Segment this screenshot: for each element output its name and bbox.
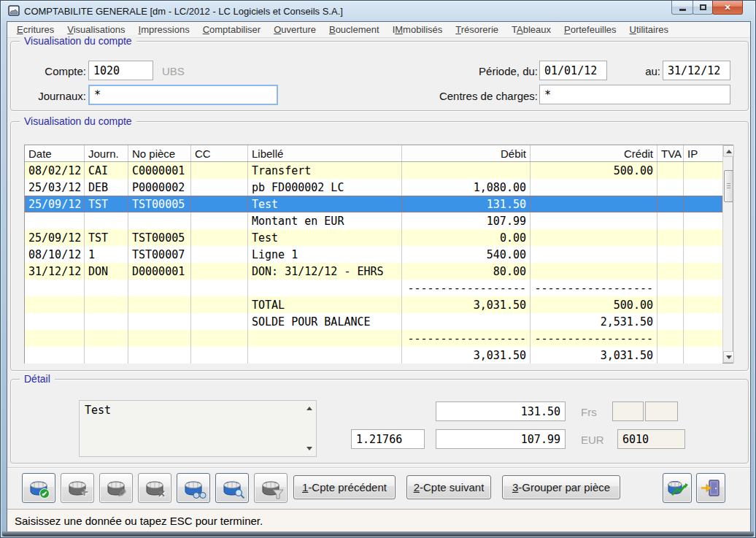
validate-button[interactable]: ✔ <box>22 473 55 503</box>
lookup-button[interactable] <box>215 473 249 503</box>
menu-comptabiliser[interactable]: Comptabiliser <box>196 23 267 36</box>
titlebar[interactable]: COMPTABILITE GENERALE [dm - LC/2012 - LC… <box>1 1 755 21</box>
detail-panel: Détail Test Frs EUR <box>10 379 749 464</box>
header-ip[interactable]: IP <box>684 145 722 161</box>
window-controls: ✕ <box>672 1 743 15</box>
table-row[interactable]: 25/03/12 DEB P0000002 pb FD000002 LC 1,0… <box>25 179 722 196</box>
menu-portefeuilles[interactable]: Portefeuilles <box>558 23 623 36</box>
app-icon <box>8 5 20 17</box>
header-libelle[interactable]: Libellé <box>248 145 402 161</box>
amount-eur-input[interactable] <box>441 433 560 446</box>
prev-account-button[interactable]: 1-Cpte précédent <box>293 475 396 499</box>
header-date[interactable]: Date <box>25 145 85 161</box>
table-row[interactable]: 25/09/12 TST TST00005 Test 0.00 <box>25 229 722 246</box>
counterpart-account-input[interactable] <box>622 433 680 446</box>
menu-tableaux[interactable]: TAbleaux <box>505 23 558 36</box>
exchange-rate-input[interactable] <box>356 433 420 446</box>
compte-input[interactable] <box>93 64 148 77</box>
periode-label: Période, du: <box>411 65 538 77</box>
edit-button[interactable]: ✎ <box>99 473 133 503</box>
cell-tva <box>657 263 684 280</box>
cell-tva <box>657 229 684 246</box>
chart-button[interactable] <box>663 473 692 503</box>
journaux-input[interactable] <box>94 88 272 101</box>
menu-impressions[interactable]: Impressions <box>132 23 196 36</box>
statusbar: Saisissez une donnée ou tapez ESC pour t… <box>7 509 750 532</box>
menu-ouverture[interactable]: Ouverture <box>267 23 323 36</box>
table-row[interactable]: 25/09/12 TST TST00005 Test 131.50 <box>25 196 722 212</box>
menu-tresorerie[interactable]: Trésorerie <box>449 23 505 36</box>
scroll-up-button[interactable] <box>723 145 734 157</box>
minimize-button[interactable] <box>671 1 693 15</box>
cell-credit <box>531 246 657 263</box>
journaux-field[interactable] <box>88 85 278 105</box>
add-button[interactable]: + <box>61 473 94 503</box>
maximize-button[interactable] <box>693 1 713 15</box>
transactions-panel-legend: Visualisation du compte <box>20 115 136 127</box>
amount-chf-field[interactable] <box>436 401 566 421</box>
cell-piece: P0000002 <box>128 179 191 196</box>
chart-icon <box>666 478 689 499</box>
cell-journal <box>85 313 128 330</box>
cell-piece <box>128 347 191 364</box>
compte-field[interactable] <box>88 61 153 80</box>
counterpart-account-field[interactable] <box>617 429 685 449</box>
cell-libelle: Ligne 1 <box>248 246 402 263</box>
periode-to-input[interactable] <box>668 64 725 77</box>
menu-immobilises[interactable]: IMmobilisés <box>386 23 450 36</box>
window-title: COMPTABILITE GENERALE [dm - LC/2012 - LC… <box>24 6 343 17</box>
window: COMPTABILITE GENERALE [dm - LC/2012 - LC… <box>0 0 756 538</box>
table-row[interactable]: 31/12/12 DON D0000001 DON: 31/12/12 - EH… <box>25 263 722 280</box>
detail-extra-field-2[interactable] <box>645 401 678 421</box>
group-by-piece-button[interactable]: 3-Grouper par pièce <box>502 475 620 499</box>
cell-cc <box>191 280 248 296</box>
header-tva[interactable]: TVA <box>657 145 684 161</box>
cell-date <box>25 280 85 296</box>
table-row[interactable]: 08/10/12 1 TST00007 Ligne 1 540.00 <box>25 246 722 263</box>
header-credit[interactable]: Crédit <box>531 145 657 161</box>
table-row[interactable]: SOLDE POUR BALANCE 2,531.50 <box>25 313 722 330</box>
periode-to-field[interactable] <box>663 61 730 80</box>
detail-panel-legend: Détail <box>20 373 55 385</box>
cell-ip <box>684 229 722 246</box>
periode-from-field[interactable] <box>539 61 607 80</box>
scrollbar-thumb[interactable] <box>724 170 733 202</box>
textarea-scroll-down-icon[interactable] <box>306 447 312 450</box>
cell-journal <box>85 330 128 347</box>
table-row[interactable]: 3,031.50 3,031.50 <box>25 347 722 364</box>
textarea-scroll-up-icon[interactable] <box>306 407 312 410</box>
menu-utilitaires[interactable]: Utilitaires <box>623 23 675 36</box>
amount-eur-field[interactable] <box>436 429 566 449</box>
cell-piece: TST00005 <box>128 196 191 212</box>
centres-field[interactable] <box>539 85 730 104</box>
menu-bouclement[interactable]: Bouclement <box>323 23 386 36</box>
amount-chf-input[interactable] <box>441 405 560 418</box>
exchange-rate-field[interactable] <box>351 429 425 449</box>
table-row[interactable]: TOTAL 3,031.50 500.00 <box>25 296 722 313</box>
cell-debit <box>402 162 531 179</box>
header-journal[interactable]: Journ. <box>85 145 128 161</box>
cell-debit <box>402 313 531 330</box>
pencil-icon: ✎ <box>117 488 127 499</box>
centres-input[interactable] <box>544 88 725 101</box>
table-row[interactable]: 08/02/12 CAI C0000001 Transfert 500.00 <box>25 162 722 179</box>
cell-journal: TST <box>85 196 128 212</box>
filter-button[interactable] <box>254 473 288 503</box>
exit-button[interactable] <box>696 473 725 503</box>
header-cc[interactable]: CC <box>191 145 248 161</box>
vertical-scrollbar[interactable] <box>722 145 733 363</box>
periode-from-input[interactable] <box>544 64 602 77</box>
table-row[interactable]: ------------------ ------------------ <box>25 330 722 347</box>
detail-extra-field-1[interactable] <box>612 401 644 421</box>
delete-button[interactable]: ✕ <box>138 473 171 503</box>
next-account-button[interactable]: 2-Cpte suivant <box>406 475 491 499</box>
header-debit[interactable]: Débit <box>402 145 531 161</box>
table-row[interactable]: Montant en EUR 107.99 <box>25 212 722 229</box>
header-piece[interactable]: No pièce <box>128 145 191 161</box>
scroll-down-button[interactable] <box>723 351 734 363</box>
close-button[interactable]: ✕ <box>712 1 743 15</box>
search-button[interactable] <box>177 473 210 503</box>
detail-libelle-textarea[interactable]: Test <box>79 400 317 457</box>
cell-date <box>25 313 85 330</box>
table-row[interactable]: ------------------ ------------------ <box>25 280 722 296</box>
